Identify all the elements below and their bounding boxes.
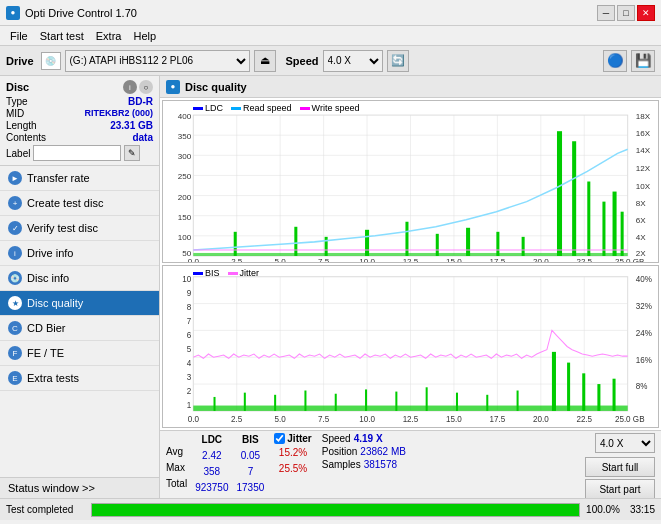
disc-type-label: Type — [6, 96, 28, 107]
disc-section-title: Disc — [6, 81, 29, 93]
read-speed-legend-label: Read speed — [243, 103, 292, 113]
drive-label: Drive — [6, 55, 34, 67]
svg-text:40%: 40% — [636, 274, 653, 284]
jitter-avg: 15.2% — [279, 446, 307, 460]
svg-rect-83 — [456, 393, 458, 411]
toolbar-btn-1[interactable]: 🔵 — [603, 50, 627, 72]
svg-text:10.0: 10.0 — [359, 257, 375, 262]
svg-text:9: 9 — [187, 288, 192, 298]
status-window-button[interactable]: Status window >> — [0, 477, 159, 498]
menu-file[interactable]: File — [4, 29, 34, 43]
drive-select[interactable]: (G:) ATAPI iHBS112 2 PL06 — [65, 50, 250, 72]
disc-quality-title: Disc quality — [185, 81, 247, 93]
sidebar-item-create-test-disc[interactable]: + Create test disc — [0, 191, 159, 216]
progress-bar-fill — [92, 504, 579, 516]
disc-quality-icon: ★ — [8, 296, 22, 310]
disc-label-btn[interactable]: ✎ — [124, 145, 140, 161]
svg-rect-80 — [365, 389, 367, 410]
right-panel: ● Disc quality LDC Read speed — [160, 76, 661, 498]
svg-text:8X: 8X — [636, 199, 646, 208]
bis-total: 17350 — [237, 481, 265, 495]
sidebar-item-verify-test-disc[interactable]: ✓ Verify test disc — [0, 216, 159, 241]
jitter-max: 25.5% — [279, 462, 307, 476]
bis-header: BIS — [242, 433, 259, 447]
svg-text:18X: 18X — [636, 112, 651, 121]
svg-text:5: 5 — [187, 344, 192, 354]
svg-text:250: 250 — [178, 173, 192, 182]
svg-rect-20 — [365, 230, 369, 256]
sidebar-item-cd-bier[interactable]: C CD Bier — [0, 316, 159, 341]
jitter-checkbox[interactable] — [274, 433, 285, 444]
minimize-button[interactable]: ─ — [597, 5, 615, 21]
drive-icon: 💿 — [41, 52, 61, 70]
svg-rect-18 — [294, 227, 297, 256]
sidebar-item-extra-tests[interactable]: E Extra tests — [0, 366, 159, 391]
disc-quality-header-icon: ● — [166, 80, 180, 94]
svg-text:16X: 16X — [636, 129, 651, 138]
sidebar-item-disc-info[interactable]: 💿 Disc info — [0, 266, 159, 291]
toolbar-btn-2[interactable]: 💾 — [631, 50, 655, 72]
svg-rect-81 — [395, 392, 397, 411]
jitter-header: Jitter — [287, 433, 311, 444]
svg-text:350: 350 — [178, 132, 192, 141]
svg-text:25.0 GB: 25.0 GB — [615, 257, 645, 262]
top-chart-panel: LDC Read speed Write speed — [162, 100, 659, 263]
disc-length-value: 23.31 GB — [110, 120, 153, 131]
speed-select[interactable]: 4.0 X — [323, 50, 383, 72]
svg-text:400: 400 — [178, 112, 192, 121]
svg-text:2.5: 2.5 — [231, 257, 243, 262]
sidebar-item-disc-quality[interactable]: ★ Disc quality — [0, 291, 159, 316]
svg-text:2: 2 — [187, 385, 192, 395]
disc-info-icon: 💿 — [8, 271, 22, 285]
menu-extra[interactable]: Extra — [90, 29, 128, 43]
disc-type-row: Type BD-R — [6, 96, 153, 107]
speed-stat-value: 4.19 X — [354, 433, 383, 444]
speed-stat-select[interactable]: 4.0 X — [595, 433, 655, 453]
svg-text:2.5: 2.5 — [231, 413, 243, 423]
sidebar-item-fe-te[interactable]: F FE / TE — [0, 341, 159, 366]
menu-start-test[interactable]: Start test — [34, 29, 90, 43]
sidebar-item-drive-info[interactable]: i Drive info — [0, 241, 159, 266]
svg-rect-16 — [193, 253, 627, 256]
menubar: File Start test Extra Help — [0, 26, 661, 46]
svg-text:12.5: 12.5 — [403, 413, 419, 423]
svg-text:150: 150 — [178, 213, 192, 222]
write-speed-legend-color — [300, 107, 310, 110]
position-label: Position — [322, 446, 358, 457]
disc-section: Disc i ○ Type BD-R MID RITEKBR2 (000) Le… — [0, 76, 159, 166]
disc-mid-label: MID — [6, 108, 24, 119]
start-full-button[interactable]: Start full — [585, 457, 655, 477]
svg-rect-87 — [567, 363, 570, 411]
progress-area: Test completed 100.0% 33:15 — [0, 498, 661, 520]
cd-bier-icon: C — [8, 321, 22, 335]
svg-text:10: 10 — [182, 274, 191, 284]
disc-length-label: Length — [6, 120, 37, 131]
transfer-rate-icon: ► — [8, 171, 22, 185]
menu-help[interactable]: Help — [127, 29, 162, 43]
samples-value: 381578 — [364, 459, 397, 470]
svg-text:7.5: 7.5 — [318, 413, 330, 423]
drive-info-icon: i — [8, 246, 22, 260]
speed-refresh-button[interactable]: 🔄 — [387, 50, 409, 72]
svg-text:10.0: 10.0 — [359, 413, 375, 423]
close-button[interactable]: ✕ — [637, 5, 655, 21]
svg-text:12.5: 12.5 — [403, 257, 419, 262]
svg-rect-78 — [304, 391, 306, 411]
svg-rect-21 — [405, 222, 408, 256]
svg-text:12X: 12X — [636, 164, 651, 173]
titlebar: ● Opti Drive Control 1.70 ─ □ ✕ — [0, 0, 661, 26]
maximize-button[interactable]: □ — [617, 5, 635, 21]
bis-legend-label: BIS — [205, 268, 220, 278]
position-value: 23862 MB — [360, 446, 406, 457]
disc-label-input[interactable] — [33, 145, 121, 161]
svg-text:6X: 6X — [636, 216, 646, 225]
svg-rect-24 — [496, 232, 499, 256]
app-icon: ● — [6, 6, 20, 20]
bis-max: 7 — [248, 465, 254, 479]
drive-eject-button[interactable]: ⏏ — [254, 50, 276, 72]
bottom-chart-legend: BIS Jitter — [193, 268, 259, 278]
left-panel: Disc i ○ Type BD-R MID RITEKBR2 (000) Le… — [0, 76, 160, 498]
start-part-button[interactable]: Start part — [585, 479, 655, 498]
sidebar-item-transfer-rate[interactable]: ► Transfer rate — [0, 166, 159, 191]
bottom-chart-svg: 10 9 8 7 6 5 4 3 2 1 40% 32% 24% 16% 8% — [163, 266, 658, 427]
